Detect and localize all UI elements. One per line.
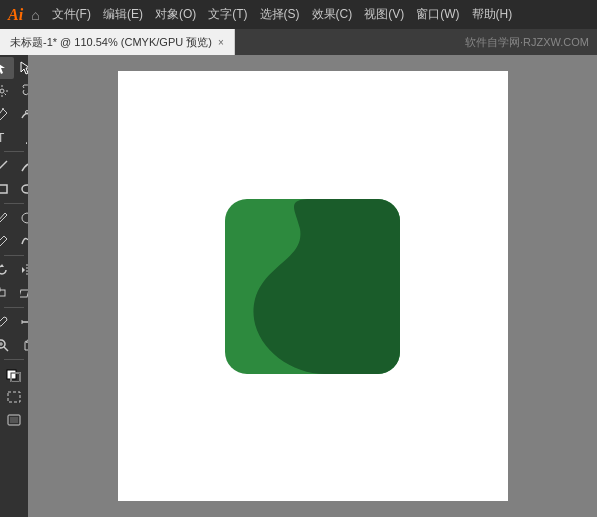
- eyedropper-tool[interactable]: [0, 311, 14, 333]
- svg-rect-24: [20, 290, 29, 297]
- menu-bar: 文件(F) 编辑(E) 对象(O) 文字(T) 选择(S) 效果(C) 视图(V…: [52, 6, 513, 23]
- separator-1: [4, 151, 24, 152]
- paintbrush-tool[interactable]: [0, 207, 14, 229]
- pen-tool[interactable]: [0, 103, 14, 125]
- svg-line-7: [4, 94, 6, 96]
- tool-row-pen: [0, 103, 28, 125]
- svg-marker-1: [21, 62, 29, 74]
- menu-text[interactable]: 文字(T): [208, 6, 247, 23]
- toolbar: T T: [0, 55, 28, 517]
- ai-logo: Ai: [8, 6, 23, 24]
- rotate-tool[interactable]: [0, 259, 14, 281]
- tool-row-pencil: [0, 230, 28, 252]
- arc-tool[interactable]: [15, 155, 29, 177]
- document-tab[interactable]: 未标题-1* @ 110.54% (CMYK/GPU 预览) ×: [0, 29, 235, 55]
- direct-selection-tool[interactable]: [15, 57, 29, 79]
- separator-2: [4, 203, 24, 204]
- menu-window[interactable]: 窗口(W): [416, 6, 459, 23]
- ellipse-tool[interactable]: [15, 178, 29, 200]
- fill-stroke-indicator[interactable]: [2, 363, 26, 385]
- svg-point-8: [0, 89, 4, 93]
- separator-4: [4, 307, 24, 308]
- home-icon[interactable]: ⌂: [31, 7, 39, 23]
- svg-text:T: T: [20, 142, 29, 144]
- menu-edit[interactable]: 编辑(E): [103, 6, 143, 23]
- hand-tool[interactable]: [15, 334, 29, 356]
- tool-row-eyedropper: [0, 311, 28, 333]
- vertical-type-tool[interactable]: T: [15, 126, 29, 148]
- selection-tool[interactable]: [0, 57, 14, 79]
- svg-marker-20: [22, 267, 25, 273]
- behind-mode[interactable]: [2, 386, 26, 408]
- canvas-area: [28, 55, 597, 517]
- shear-tool[interactable]: [15, 282, 29, 304]
- tool-row-type: T T: [0, 126, 28, 148]
- rectangle-tool[interactable]: [0, 178, 14, 200]
- type-tool[interactable]: T: [0, 126, 14, 148]
- reflect-tool[interactable]: [15, 259, 29, 281]
- svg-line-29: [4, 347, 8, 351]
- separator-3: [4, 255, 24, 256]
- tool-row-scale: [0, 282, 28, 304]
- svg-rect-36: [8, 392, 20, 402]
- tool-row-screen: [2, 409, 26, 431]
- line-tool[interactable]: [0, 155, 14, 177]
- menu-object[interactable]: 对象(O): [155, 6, 196, 23]
- magic-wand-tool[interactable]: [0, 80, 14, 102]
- svg-rect-22: [0, 290, 5, 296]
- screen-mode[interactable]: [2, 409, 26, 431]
- canvas-paper: [118, 71, 508, 501]
- pencil-tool[interactable]: [0, 230, 14, 252]
- tool-row-selection: [0, 57, 28, 79]
- smooth-tool[interactable]: [15, 230, 29, 252]
- menu-select[interactable]: 选择(S): [260, 6, 300, 23]
- svg-rect-41: [10, 417, 18, 423]
- tab-label: 未标题-1* @ 110.54% (CMYK/GPU 预览): [10, 35, 212, 50]
- svg-line-17: [4, 236, 7, 239]
- curvature-tool[interactable]: [15, 103, 29, 125]
- svg-marker-0: [0, 62, 5, 74]
- normal-mode[interactable]: [0, 386, 1, 408]
- tab-close-button[interactable]: ×: [218, 37, 224, 48]
- svg-marker-18: [0, 264, 4, 267]
- menu-file[interactable]: 文件(F): [52, 6, 91, 23]
- artwork: [225, 199, 400, 374]
- lasso-tool[interactable]: [15, 80, 29, 102]
- svg-text:T: T: [0, 131, 5, 144]
- tool-row-transform: [0, 259, 28, 281]
- svg-line-13: [0, 161, 7, 171]
- menu-help[interactable]: 帮助(H): [472, 6, 513, 23]
- tool-row-brush: [0, 207, 28, 229]
- zoom-tool[interactable]: [0, 334, 14, 356]
- measure-tool[interactable]: [15, 311, 29, 333]
- tool-row-wand: [0, 80, 28, 102]
- menu-effect[interactable]: 效果(C): [312, 6, 353, 23]
- tab-bar: 未标题-1* @ 110.54% (CMYK/GPU 预览) × 软件自学网·R…: [0, 29, 597, 55]
- menu-view[interactable]: 视图(V): [364, 6, 404, 23]
- tool-row-zoom: [0, 334, 28, 356]
- tool-row-fill: [2, 363, 26, 385]
- title-bar: Ai ⌂ 文件(F) 编辑(E) 对象(O) 文字(T) 选择(S) 效果(C)…: [0, 0, 597, 29]
- tool-row-shape: [0, 178, 28, 200]
- scale-tool[interactable]: [0, 282, 14, 304]
- main-layout: T T: [0, 55, 597, 517]
- blob-brush-tool[interactable]: [15, 207, 29, 229]
- tool-row-line: [0, 155, 28, 177]
- svg-point-9: [2, 108, 4, 110]
- watermark-text: 软件自学网·RJZXW.COM: [465, 35, 589, 50]
- tool-row-mode: [0, 386, 28, 408]
- separator-5: [4, 359, 24, 360]
- svg-rect-14: [0, 185, 7, 193]
